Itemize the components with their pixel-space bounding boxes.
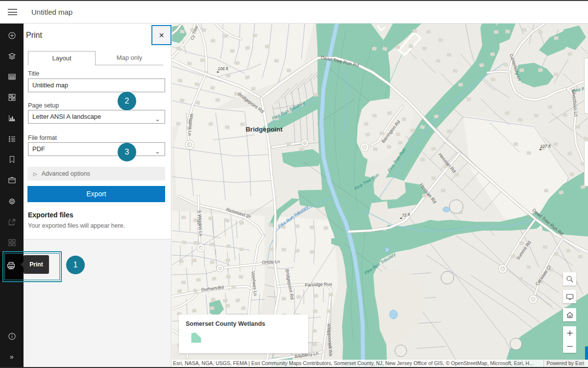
svg-text:Oriole Ln: Oriole Ln <box>262 259 280 265</box>
svg-text:107 ft: 107 ft <box>540 144 551 149</box>
svg-text:106 ft: 106 ft <box>218 66 228 71</box>
svg-text:Bridgepoint: Bridgepoint <box>245 126 283 133</box>
svg-text:Partridge Run: Partridge Run <box>305 282 332 288</box>
